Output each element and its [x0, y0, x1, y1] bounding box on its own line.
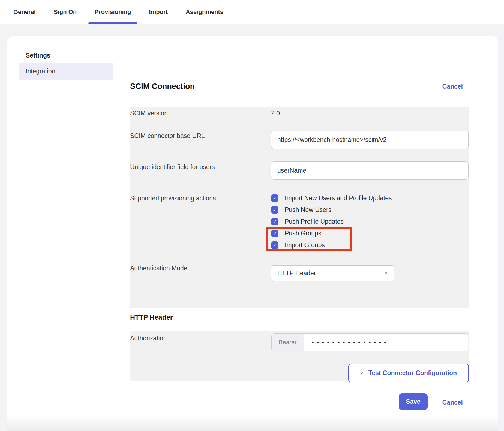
checkbox-label: Push Groups [285, 230, 321, 237]
cancel-link-bottom[interactable]: Cancel [442, 398, 463, 407]
checkbox-checked-icon[interactable]: ✓ [271, 230, 278, 237]
provisioning-actions-label: Supported provisioning actions [130, 194, 216, 202]
check-icon: ✓ [360, 370, 365, 376]
unique-id-label: Unique identifier field for users [130, 163, 215, 171]
bottom-fade [7, 415, 498, 431]
bearer-token-input[interactable] [304, 334, 468, 351]
cancel-link-top[interactable]: Cancel [442, 82, 463, 91]
save-button[interactable]: Save [399, 393, 428, 410]
test-connector-configuration-button[interactable]: ✓ Test Connector Configuration [348, 364, 469, 382]
settings-card: Settings Integration SCIM Connection Can… [7, 36, 498, 431]
action-row-push-groups: ✓ Push Groups [271, 228, 392, 239]
base-url-label: SCIM connector base URL [130, 132, 205, 140]
provisioning-actions-list: ✓ Import New Users and Profile Updates ✓… [271, 192, 392, 251]
sidebar-heading: Settings [26, 51, 50, 59]
sidebar-divider [113, 36, 113, 431]
checkbox-label: Import New Users and Profile Updates [285, 194, 392, 202]
tab-bar-divider [0, 24, 498, 24]
tab-import[interactable]: Import [149, 0, 168, 24]
tab-assignments[interactable]: Assignments [186, 0, 223, 24]
checkbox-checked-icon[interactable]: ✓ [271, 218, 278, 225]
app-tab-bar: General Sign On Provisioning Import Assi… [0, 0, 504, 24]
sidebar-item-integration[interactable]: Integration [19, 63, 113, 80]
checkbox-checked-icon[interactable]: ✓ [271, 194, 278, 202]
tab-general[interactable]: General [13, 0, 36, 24]
scim-version-label: SCIM version [130, 109, 168, 117]
http-header-section-title: HTTP Header [130, 313, 173, 321]
checkbox-label: Push New Users [285, 206, 331, 214]
action-row-import-groups: ✓ Import Groups [271, 239, 392, 251]
authorization-label: Authorization [130, 334, 167, 342]
checkbox-label: Push Profile Updates [285, 218, 344, 225]
auth-mode-dropdown[interactable]: HTTP Header ▼ [271, 265, 394, 281]
authorization-field: Bearer [271, 333, 468, 351]
scim-version-value: 2.0 [271, 109, 280, 117]
tab-sign-on[interactable]: Sign On [54, 0, 77, 24]
page-title: SCIM Connection [130, 81, 195, 91]
checkbox-checked-icon[interactable]: ✓ [271, 241, 278, 249]
action-row-import-users: ✓ Import New Users and Profile Updates [271, 192, 392, 204]
dropdown-arrow-icon: ▼ [384, 271, 388, 275]
auth-mode-value: HTTP Header [277, 270, 384, 277]
auth-mode-label: Authentication Mode [130, 264, 187, 272]
test-connector-configuration-label: Test Connector Configuration [368, 369, 457, 377]
bearer-prefix-label: Bearer [272, 334, 304, 351]
checkbox-label: Import Groups [285, 241, 325, 249]
provisioning-settings-page: General Sign On Provisioning Import Assi… [0, 0, 504, 431]
checkbox-checked-icon[interactable]: ✓ [271, 206, 278, 214]
action-row-push-profile-updates: ✓ Push Profile Updates [271, 216, 392, 228]
base-url-input[interactable] [271, 131, 469, 149]
tab-provisioning[interactable]: Provisioning [95, 0, 131, 24]
unique-id-input[interactable] [271, 161, 469, 180]
action-row-push-new-users: ✓ Push New Users [271, 204, 392, 216]
scim-connection-panel: SCIM version 2.0 SCIM connector base URL… [130, 107, 469, 308]
